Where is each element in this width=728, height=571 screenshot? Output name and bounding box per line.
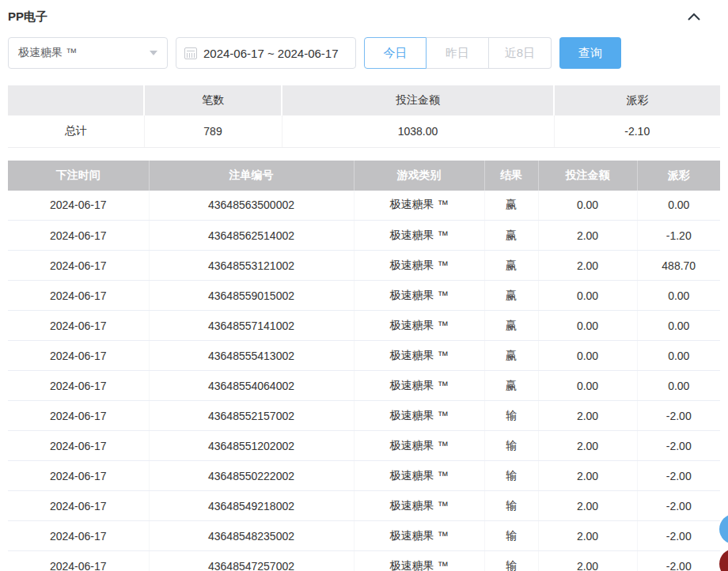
- table-row: 2024-06-17 43648552157002 极速糖果 ™ 输 2.00 …: [8, 401, 720, 431]
- date-range-picker[interactable]: 2024-06-17 ~ 2024-06-17: [176, 37, 356, 69]
- cell-game-type: 极速糖果 ™: [354, 341, 484, 371]
- cell-order-no: 43648549218002: [149, 491, 354, 521]
- table-row: 2024-06-17 43648547257002 极速糖果 ™ 输 2.00 …: [8, 551, 720, 571]
- cell-order-no: 43648554064002: [149, 371, 354, 401]
- cell-game-type: 极速糖果 ™: [354, 371, 484, 401]
- cell-game-type: 极速糖果 ™: [354, 491, 484, 521]
- cell-bet-time: 2024-06-17: [8, 311, 149, 341]
- cell-bet-amount: 2.00: [538, 251, 637, 281]
- summary-col-bet-amount: 投注金额: [282, 85, 554, 115]
- query-button[interactable]: 查询: [559, 37, 621, 69]
- cell-payout: -1.20: [637, 221, 720, 251]
- cell-bet-time: 2024-06-17: [8, 521, 149, 551]
- table-row: 2024-06-17 43648559015002 极速糖果 ™ 赢 0.00 …: [8, 281, 720, 311]
- cell-payout: 0.00: [637, 341, 720, 371]
- summary-table: 笔数 投注金额 派彩 总计 789 1038.00 -2.10: [8, 85, 720, 148]
- cell-game-type: 极速糖果 ™: [354, 311, 484, 341]
- cell-bet-time: 2024-06-17: [8, 551, 149, 571]
- col-game-type: 游戏类别: [354, 161, 484, 191]
- table-row: 2024-06-17 43648555413002 极速糖果 ™ 赢 0.00 …: [8, 341, 720, 371]
- page-title: PP电子: [8, 9, 47, 25]
- cell-bet-amount: 0.00: [538, 371, 637, 401]
- cell-payout: -2.00: [637, 491, 720, 521]
- cell-bet-amount: 0.00: [538, 191, 637, 221]
- cell-payout: -2.00: [637, 431, 720, 461]
- cell-result: 赢: [484, 371, 538, 401]
- summary-total-label: 总计: [8, 115, 144, 147]
- cell-bet-time: 2024-06-17: [8, 281, 149, 311]
- quick-range-last8days[interactable]: 近8日: [489, 37, 552, 69]
- cell-order-no: 43648547257002: [149, 551, 354, 571]
- cell-result: 输: [484, 401, 538, 431]
- cell-bet-time: 2024-06-17: [8, 251, 149, 281]
- quick-range-today[interactable]: 今日: [364, 37, 427, 69]
- summary-col-count: 笔数: [144, 85, 282, 115]
- summary-total-bet-amount: 1038.00: [282, 115, 554, 147]
- hot-promo-icon[interactable]: [719, 549, 728, 571]
- table-row: 2024-06-17 43648548235002 极速糖果 ™ 输 2.00 …: [8, 521, 720, 551]
- col-payout: 派彩: [637, 161, 720, 191]
- cell-game-type: 极速糖果 ™: [354, 461, 484, 491]
- cell-bet-amount: 0.00: [538, 281, 637, 311]
- cell-bet-amount: 2.00: [538, 521, 637, 551]
- col-bet-time: 下注时间: [8, 161, 149, 191]
- cell-bet-amount: 2.00: [538, 221, 637, 251]
- cell-game-type: 极速糖果 ™: [354, 221, 484, 251]
- cell-result: 赢: [484, 221, 538, 251]
- cell-game-type: 极速糖果 ™: [354, 431, 484, 461]
- cell-bet-amount: 2.00: [538, 431, 637, 461]
- filter-toolbar: 极速糖果 ™ 2024-06-17 ~ 2024-06-17 今日 昨日 近8日…: [8, 37, 720, 69]
- cell-bet-time: 2024-06-17: [8, 341, 149, 371]
- cell-game-type: 极速糖果 ™: [354, 191, 484, 221]
- cell-bet-time: 2024-06-17: [8, 371, 149, 401]
- summary-header-row: 笔数 投注金额 派彩: [8, 85, 720, 115]
- collapse-panel-button[interactable]: [685, 8, 703, 25]
- cell-order-no: 43648553121002: [149, 251, 354, 281]
- cell-result: 赢: [484, 251, 538, 281]
- cell-bet-amount: 2.00: [538, 551, 637, 571]
- bet-detail-table: 下注时间 注单编号 游戏类别 结果 投注金额 派彩 2024-06-17 436…: [8, 161, 720, 571]
- panel-header: PP电子: [0, 0, 728, 27]
- cell-bet-time: 2024-06-17: [8, 191, 149, 221]
- customer-service-icon[interactable]: [719, 514, 728, 544]
- cell-bet-time: 2024-06-17: [8, 461, 149, 491]
- cell-bet-time: 2024-06-17: [8, 221, 149, 251]
- cell-bet-time: 2024-06-17: [8, 431, 149, 461]
- cell-result: 输: [484, 551, 538, 571]
- col-result: 结果: [484, 161, 538, 191]
- cell-order-no: 43648552157002: [149, 401, 354, 431]
- detail-header-row: 下注时间 注单编号 游戏类别 结果 投注金额 派彩: [8, 161, 720, 191]
- cell-result: 输: [484, 491, 538, 521]
- cell-payout: -2.00: [637, 551, 720, 571]
- cell-game-type: 极速糖果 ™: [354, 251, 484, 281]
- cell-bet-amount: 2.00: [538, 401, 637, 431]
- table-row: 2024-06-17 43648554064002 极速糖果 ™ 赢 0.00 …: [8, 371, 720, 401]
- cell-bet-amount: 2.00: [538, 491, 637, 521]
- cell-order-no: 43648559015002: [149, 281, 354, 311]
- cell-payout: 0.00: [637, 371, 720, 401]
- cell-order-no: 43648551202002: [149, 431, 354, 461]
- summary-total-payout: -2.10: [554, 115, 720, 147]
- cell-game-type: 极速糖果 ™: [354, 281, 484, 311]
- bet-records-panel: PP电子 极速糖果 ™ 2024-06-17 ~ 2024-06-17 今日 昨…: [0, 0, 728, 571]
- cell-result: 赢: [484, 281, 538, 311]
- cell-payout: -2.00: [637, 461, 720, 491]
- cell-bet-amount: 0.00: [538, 311, 637, 341]
- game-select[interactable]: 极速糖果 ™: [8, 37, 168, 69]
- table-row: 2024-06-17 43648562514002 极速糖果 ™ 赢 2.00 …: [8, 221, 720, 251]
- cell-payout: 488.70: [637, 251, 720, 281]
- cell-order-no: 43648557141002: [149, 311, 354, 341]
- cell-order-no: 43648562514002: [149, 221, 354, 251]
- quick-range-yesterday[interactable]: 昨日: [427, 37, 489, 69]
- cell-game-type: 极速糖果 ™: [354, 551, 484, 571]
- calendar-icon: [184, 47, 197, 59]
- cell-payout: -2.00: [637, 401, 720, 431]
- cell-order-no: 43648550222002: [149, 461, 354, 491]
- cell-result: 输: [484, 431, 538, 461]
- cell-result: 赢: [484, 191, 538, 221]
- bet-table-body: 2024-06-17 43648563500002 极速糖果 ™ 赢 0.00 …: [8, 191, 720, 571]
- table-row: 2024-06-17 43648557141002 极速糖果 ™ 赢 0.00 …: [8, 311, 720, 341]
- summary-col-payout: 派彩: [554, 85, 720, 115]
- chevron-up-icon: [687, 12, 701, 21]
- cell-payout: 0.00: [637, 311, 720, 341]
